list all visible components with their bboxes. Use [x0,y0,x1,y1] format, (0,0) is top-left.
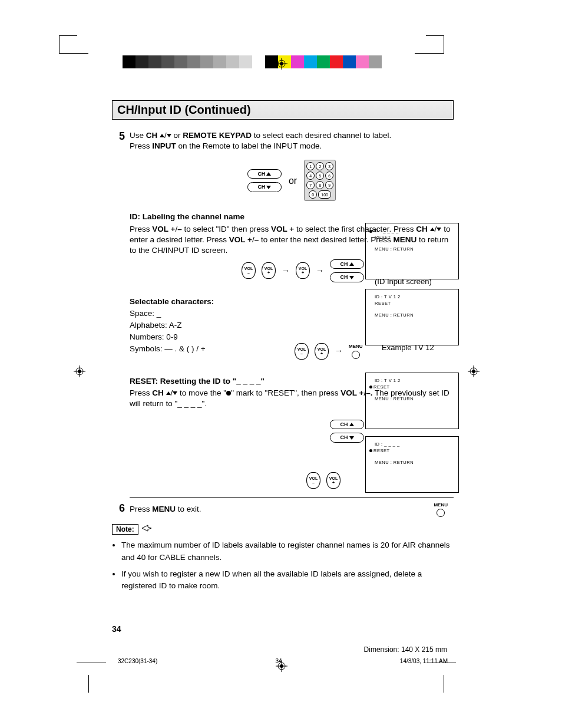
color-swatch [187,55,200,68]
ch-up-button: CH [330,420,364,429]
keypad-key-5: 5 [316,172,324,180]
ch-down-button: CH [247,182,282,192]
ch-buttons: CH CH [247,169,282,192]
keypad-key-8: 8 [316,181,324,189]
registration-mark-right [468,365,480,377]
footer-left: 32C230(31-34) [118,658,157,664]
vol-plus-button: VOL+ [296,262,310,279]
color-swatch [330,55,343,68]
tv-screen-caption-1: (ID Input screen) [375,277,432,286]
color-swatch [174,55,187,68]
color-swatch [200,55,213,68]
color-swatch [135,55,148,68]
color-swatch [161,55,174,68]
color-swatch [317,55,330,68]
crop-mark-bl2 [77,675,89,693]
triangle-up-icon [266,172,271,176]
keypad-key-3: 3 [325,162,333,170]
menu-circle-icon [437,509,445,517]
color-swatch [369,55,382,68]
arrow-right-icon: → [335,345,343,357]
keypad-key-6: 6 [325,172,333,180]
registration-mark-left [74,365,85,377]
triangle-up-icon [349,262,354,266]
ch-buttons-2: CH CH [330,259,364,282]
triangle-down-icon [349,436,354,440]
keypad-key-2: 2 [316,162,324,170]
vol-plus-button: VOL+ [315,343,329,360]
ch-up-button: CH [247,169,282,179]
crop-mark-br [427,663,456,675]
step-6-body: Press MENU to exit. MENU [130,502,454,518]
section-header: CH/Input ID (Continued) [112,100,454,120]
menu-button: MENU [434,502,448,518]
menu-button: MENU [349,344,363,359]
triangle-down-icon [266,186,271,189]
tv-screen-example: ID : T V 1 2 RESET MENU : RETURN [365,289,459,345]
ch-down-button: CH [330,433,364,442]
keypad-key-9: 9 [325,181,333,189]
keypad-key-7: 7 [306,181,315,189]
tv-screen-id-input: ID : _ _ _ _ RESET MENU : RETURN [365,223,459,279]
vol-minus-button: VOL– [295,343,309,360]
triangle-up-icon [166,391,171,395]
notes-list: The maximum number of ID labels availabl… [121,539,454,592]
bullet-icon [226,391,231,396]
footer-center: 34 [275,658,282,664]
step-5-number: 5 [112,130,125,502]
triangle-down-icon [349,276,354,279]
bullet-icon [369,230,372,233]
crop-mark-bl [77,663,106,675]
color-swatch [226,55,239,68]
color-swatch [213,55,226,68]
note-section: Note: The maximum number of ID labels av… [112,524,454,592]
color-swatch [304,55,317,68]
vol-minus-button: VOL– [242,262,256,279]
note-label: Note: [112,524,138,535]
arrow-right-icon: → [316,265,324,276]
registration-mark-top [276,58,287,70]
keypad-key-100: 100 [318,190,331,199]
vol-plus-button: VOL+ [262,262,276,279]
note-arrow-icon [142,524,151,533]
crop-mark-br2 [444,675,456,693]
bullet-icon [369,449,372,452]
color-swatch [148,55,161,68]
color-swatch [239,55,252,68]
crop-mark-tr2 [415,47,444,54]
step-6: 6 Press MENU to exit. MENU [112,502,454,518]
keypad-key-1: 1 [306,162,315,170]
color-swatch [343,55,356,68]
dimension-label: Dimension: 140 X 215 mm [364,645,447,654]
color-swatch [252,55,265,68]
remote-keypad: 1234567890100 [304,160,336,201]
color-swatch [123,55,135,68]
menu-circle-icon [352,351,360,359]
color-swatch [291,55,304,68]
vol-minus-button: VOL– [306,472,320,489]
bullet-icon [369,386,372,388]
ch-up-button: CH [330,259,364,269]
triangle-up-icon [349,423,354,426]
note-item: If you wish to register a new ID when al… [121,568,454,592]
separator [130,497,454,498]
ch-down-button: CH [330,272,364,282]
note-item: The maximum number of ID labels availabl… [121,539,454,564]
id-labeling-heading: ID: Labeling the channel name [130,212,454,222]
triangle-up-icon [160,134,164,137]
tv-screen-caption-2: Example TV 12 [382,343,434,352]
keypad-key-0: 0 [309,190,317,199]
arrow-right-icon: → [282,265,290,276]
step-5-buttons: CH CH or 1234567890100 [130,160,454,201]
tv-screen-reset-after: ID : _ _ _ _ RESET MENU : RETURN [365,436,459,493]
vol-plus-button: VOL+ [326,472,340,489]
keypad-key-4: 4 [306,172,315,180]
page-number: 34 [112,624,121,634]
section-title: CH/Input ID (Continued) [117,103,251,116]
triangle-down-icon [167,134,171,137]
color-swatch [356,55,369,68]
crop-mark-tl2 [59,47,88,54]
or-label: or [289,174,297,187]
step-6-number: 6 [112,502,125,518]
color-calibration-bar [123,55,382,68]
